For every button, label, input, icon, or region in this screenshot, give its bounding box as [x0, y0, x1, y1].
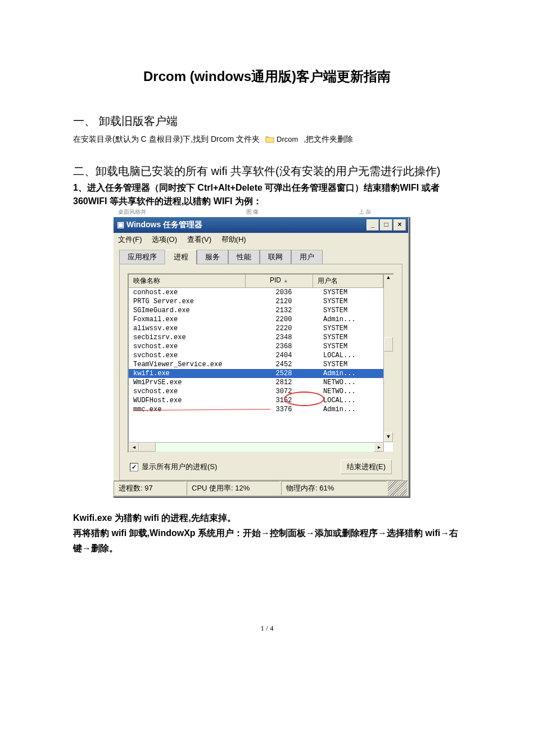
- col-user[interactable]: 用户名: [313, 274, 383, 287]
- cell-name: aliwssv.exe: [129, 325, 250, 332]
- cell-pid: 2120: [250, 298, 318, 305]
- table-row[interactable]: mmc.exe3376Admin...: [129, 405, 393, 414]
- cell-name: TeamViewer_Service.exe: [129, 361, 250, 368]
- close-button[interactable]: ×: [393, 219, 406, 231]
- cell-user: SYSTEM: [318, 289, 393, 296]
- section1-para: 在安装目录(默认为 C 盘根目录)下,找到 Drcom 文件夹 Drcom ,把…: [73, 132, 461, 147]
- cell-pid: 2132: [250, 307, 318, 314]
- cell-user: Admin...: [318, 406, 393, 413]
- bg-strip: 桌面风格共 图 像 上 杂: [112, 208, 461, 216]
- scroll-up-button[interactable]: ▲: [383, 274, 393, 287]
- task-manager-window: ▣ Windows 任务管理器 _ □ × 文件(F) 选项(O) 查看(V) …: [112, 216, 409, 497]
- process-list: 映像名称 PID▲ 用户名 ▲ conhost.exe2036SYSTEMPRT…: [128, 273, 394, 453]
- tab-performance[interactable]: 性能: [228, 250, 260, 264]
- section2-heading: 二、卸载电脑已安装的所有 wifi 共享软件(没有安装的用户无需进行此操作): [73, 164, 461, 179]
- section1-text-1: 在安装目录(默认为 C 盘根目录)下,找到 Drcom 文件夹: [73, 133, 260, 146]
- menu-options[interactable]: 选项(O): [152, 235, 177, 244]
- table-row[interactable]: svchost.exe2404LOCAL...: [129, 351, 393, 360]
- cell-user: SYSTEM: [318, 325, 393, 332]
- minimize-button[interactable]: _: [366, 219, 379, 231]
- tab-users[interactable]: 用户: [291, 250, 323, 264]
- end-process-button[interactable]: 结束进程(E): [341, 460, 392, 474]
- tab-processes[interactable]: 进程: [165, 250, 197, 264]
- cell-name: WmiPrvSE.exe: [129, 379, 250, 386]
- cell-name: conhost.exe: [129, 289, 250, 296]
- vertical-scrollbar[interactable]: ▼: [383, 286, 393, 442]
- post-text-2: 再将猎豹 wifi 卸载,WindowXp 系统用户：开始→控制面板→添加或删除…: [73, 525, 461, 556]
- tab-services[interactable]: 服务: [197, 250, 228, 264]
- table-row[interactable]: WmiPrvSE.exe2812NETWO...: [129, 378, 393, 387]
- table-row[interactable]: secbizsrv.exe2348SYSTEM: [129, 333, 393, 342]
- cell-pid: 2200: [250, 316, 318, 323]
- cell-name: svchost.exe: [129, 388, 250, 395]
- cell-user: Admin...: [318, 370, 393, 377]
- horizontal-scrollbar[interactable]: ◂ ▸: [129, 442, 384, 452]
- table-row[interactable]: PRTG Server.exe2120SYSTEM: [129, 297, 393, 306]
- cell-user: NETWO...: [318, 388, 393, 395]
- cell-name: PRTG Server.exe: [129, 298, 250, 305]
- table-row[interactable]: Foxmail.exe2200Admin...: [129, 315, 393, 324]
- cell-user: LOCAL...: [318, 397, 393, 404]
- tab-network[interactable]: 联网: [260, 250, 291, 264]
- cell-user: SYSTEM: [318, 334, 393, 341]
- doc-title: Drcom (windows通用版)客户端更新指南: [73, 68, 461, 86]
- list-header: 映像名称 PID▲ 用户名 ▲: [129, 274, 393, 288]
- status-cpu: CPU 使用率: 12%: [187, 481, 280, 496]
- table-row[interactable]: svchost.exe3072NETWO...: [129, 387, 393, 396]
- tab-strip: 应用程序 进程 服务 性能 联网 用户: [114, 246, 408, 264]
- maximize-button[interactable]: □: [380, 219, 392, 231]
- menu-help[interactable]: 帮助(H): [221, 235, 246, 244]
- cell-pid: 2812: [250, 379, 318, 386]
- cell-pid: 3152: [250, 397, 318, 404]
- menu-view[interactable]: 查看(V): [187, 235, 211, 244]
- resize-grip[interactable]: [388, 481, 407, 496]
- table-row[interactable]: SGImeGuard.exe2132SYSTEM: [129, 306, 393, 315]
- strip-r: 上 杂: [359, 208, 372, 216]
- table-row[interactable]: WUDFHost.exe3152LOCAL...: [129, 396, 393, 405]
- cell-name: kwifi.exe: [129, 370, 250, 377]
- tab-applications[interactable]: 应用程序: [119, 250, 165, 264]
- cell-pid: 2220: [250, 325, 318, 332]
- page-number: 1 / 4: [73, 624, 461, 633]
- cell-name: svchost.exe: [129, 343, 250, 350]
- scroll-right-button[interactable]: ▸: [374, 443, 384, 452]
- cell-pid: 3376: [250, 406, 318, 413]
- cell-pid: 3072: [250, 388, 318, 395]
- cell-name: secbizsrv.exe: [129, 334, 250, 341]
- hscroll-thumb[interactable]: [139, 443, 156, 452]
- window-title: ▣ Windows 任务管理器: [117, 220, 202, 230]
- cell-pid: 2528: [250, 370, 318, 377]
- instruction-1: 1、进入任务管理器（同时按下 Ctrl+Alt+Delete 可弹出任务管理器窗…: [73, 181, 461, 208]
- table-row[interactable]: TeamViewer_Service.exe2452SYSTEM: [129, 360, 393, 369]
- col-pid[interactable]: PID▲: [246, 274, 313, 287]
- table-row[interactable]: kwifi.exe2528Admin...: [129, 369, 393, 378]
- table-row[interactable]: aliwssv.exe2220SYSTEM: [129, 324, 393, 333]
- show-all-label: 显示所有用户的进程(S): [142, 462, 217, 472]
- cell-name: Foxmail.exe: [129, 316, 250, 323]
- show-all-users-checkbox[interactable]: ✓ 显示所有用户的进程(S): [130, 462, 217, 472]
- section1-heading: 一、 卸载旧版客户端: [73, 114, 461, 129]
- folder-icon: [265, 136, 274, 143]
- strip-m: 图 像: [246, 208, 259, 216]
- col-name[interactable]: 映像名称: [129, 274, 246, 287]
- titlebar[interactable]: ▣ Windows 任务管理器 _ □ ×: [114, 217, 408, 233]
- checkbox-icon: ✓: [130, 463, 138, 471]
- table-row[interactable]: svchost.exe2368SYSTEM: [129, 342, 393, 351]
- cell-user: SYSTEM: [318, 307, 393, 314]
- cell-user: SYSTEM: [318, 298, 393, 305]
- folder-label: Drcom: [277, 133, 298, 146]
- section1-text-2: ,把文件夹删除: [304, 133, 353, 146]
- scroll-left-button[interactable]: ◂: [129, 443, 139, 452]
- cell-name: WUDFHost.exe: [129, 397, 250, 404]
- scroll-down-button[interactable]: ▼: [384, 432, 393, 442]
- cell-user: SYSTEM: [318, 343, 393, 350]
- table-row[interactable]: conhost.exe2036SYSTEM: [129, 288, 393, 297]
- cell-user: Admin...: [318, 316, 393, 323]
- drcom-folder-icon: Drcom: [262, 132, 301, 147]
- cell-user: SYSTEM: [318, 361, 393, 368]
- cell-pid: 2404: [250, 352, 318, 359]
- vscroll-thumb[interactable]: [384, 337, 393, 352]
- cell-name: svchost.exe: [129, 352, 250, 359]
- status-memory: 物理内存: 61%: [281, 481, 387, 496]
- menu-file[interactable]: 文件(F): [118, 235, 142, 244]
